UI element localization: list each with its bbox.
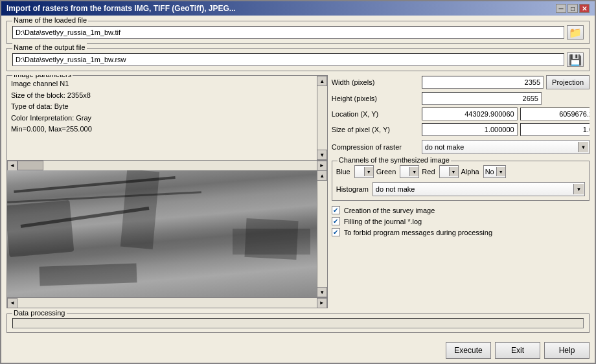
param-line-2: Size of the block: 2355x8 [11,90,304,102]
checkbox-messages-label: To forbid program messages during proces… [344,229,492,236]
preview-hscrollbar[interactable]: ◄ ► [7,297,327,308]
preview-vertical-scrollbar[interactable]: ▲ ▼ [317,170,327,297]
title-bar-buttons: ─ □ ✕ [556,4,590,13]
blue-select[interactable] [354,165,374,178]
output-file-row: 💾 [12,52,584,67]
preview-vtrack [317,181,327,287]
channels-box-label: Channels of the synthesized image [338,156,451,164]
help-button[interactable]: Help [544,342,590,359]
param-line-1: Image channel N1 [11,78,304,90]
maximize-button[interactable]: □ [567,4,578,13]
preview-htrack [17,298,317,308]
preview-scroll-right[interactable]: ► [317,298,327,308]
param-line-4: Color Interpretation: Gray [11,113,304,124]
height-input[interactable] [422,92,542,105]
alpha-label: Alpha [461,168,479,176]
checkbox-row-1: ✔ Creation of the survey image [332,206,590,214]
loaded-file-group: Name of the loaded file 📁 [6,21,590,44]
progress-bar [12,318,584,328]
scroll-track [317,86,327,150]
preview-with-scroll: ▲ ▼ [7,170,327,297]
green-select-wrapper: ▼ [400,165,419,178]
blue-label: Blue [336,168,350,176]
height-row: Height (pixels) [332,92,590,105]
param-line-3: Type of data: Byte [11,101,304,113]
vertical-scrollbar[interactable]: ▲ ▼ [317,76,327,160]
pixel-size-label: Size of pixel (X, Y) [332,126,419,133]
preview-container: ▲ ▼ ◄ ► [7,170,327,308]
content-area: Name of the loaded file 📁 Name of the ou… [1,16,595,338]
channels-row: Blue ▼ Green ▼ Red ▼ [336,165,585,178]
main-area: Image parameters Image channel N1 Size o… [6,75,590,308]
location-row: Location (X, Y) [332,108,590,120]
data-processing-label: Data processing [12,309,67,317]
histogram-label: Histogram [336,185,369,193]
preview-scroll-left[interactable]: ◄ [7,298,17,308]
title-bar: Import of rasters from the formats IMG, … [1,1,595,16]
green-label: Green [376,168,396,176]
checkbox-row-2: ✔ Filling of the journal *.log [332,217,590,225]
browse-loaded-button[interactable]: 📁 [567,25,584,40]
checkboxes-area: ✔ Creation of the survey image ✔ Filling… [332,203,590,236]
output-file-group: Name of the output file 💾 [6,48,590,71]
red-label: Red [422,168,435,176]
output-file-label: Name of the output file [12,43,87,51]
scroll-up-button[interactable]: ▲ [317,76,327,86]
footer: Execute Exit Help [1,338,595,363]
right-panel: Width (pixels) Projection Height (pixels… [332,75,590,308]
loaded-file-row: 📁 [12,25,584,40]
browse-output-button[interactable]: 💾 [567,52,584,67]
checkbox-row-3: ✔ To forbid program messages during proc… [332,228,590,236]
width-label: Width (pixels) [332,78,419,86]
execute-button[interactable]: Execute [446,342,491,359]
save-icon: 💾 [569,54,582,66]
data-processing-group: Data processing [6,313,590,333]
image-params-content: Image channel N1 Size of the block: 2355… [7,76,317,160]
loaded-file-input[interactable] [12,26,564,39]
param-line-5: Min=0.000, Max=255.000 [11,124,304,135]
left-panel: Image parameters Image channel N1 Size o… [6,75,328,308]
location-y-input[interactable] [520,108,590,120]
exit-button[interactable]: Exit [495,342,540,359]
horizontal-scrollbar[interactable]: ◄ ► [7,160,327,170]
location-x-input[interactable] [422,108,518,120]
width-row: Width (pixels) Projection [332,75,590,89]
checkbox-survey[interactable]: ✔ [332,206,340,214]
checkbox-journal-label: Filling of the journal *.log [344,218,422,225]
preview-scroll-down[interactable]: ▼ [317,287,327,297]
loaded-file-label: Name of the loaded file [12,16,88,24]
compression-select[interactable]: do not make [422,140,590,154]
scroll-down-button[interactable]: ▼ [317,150,327,160]
minimize-button[interactable]: ─ [556,4,566,13]
checkbox-messages[interactable]: ✔ [332,228,340,236]
scroll-right-button[interactable]: ► [317,161,327,171]
compression-label: Compression of raster [332,143,419,151]
red-select-wrapper: ▼ [439,165,459,178]
green-select[interactable] [400,165,419,178]
alpha-select[interactable]: No [483,165,506,178]
height-label: Height (pixels) [332,95,419,102]
checkbox-journal[interactable]: ✔ [332,217,340,225]
hscroll-track [17,161,317,170]
preview-scroll-up[interactable]: ▲ [317,170,327,181]
close-button[interactable]: ✕ [579,4,590,13]
main-window: Import of rasters from the formats IMG, … [0,0,596,364]
checkbox-survey-label: Creation of the survey image [344,207,435,214]
channels-box: Channels of the synthesized image Blue ▼… [332,161,590,201]
alpha-select-wrapper: No ▼ [483,165,506,178]
histogram-select[interactable]: do not make [372,182,585,196]
compression-select-wrapper: do not make ▼ [422,140,590,154]
output-file-input[interactable] [12,53,564,66]
scroll-left-button[interactable]: ◄ [7,161,17,171]
pixel-size-row: Size of pixel (X, Y) [332,123,590,136]
blue-select-wrapper: ▼ [354,165,374,178]
window-title: Import of rasters from the formats IMG, … [6,4,236,13]
pixel-x-input[interactable] [422,123,518,136]
folder-icon: 📁 [569,27,582,39]
histogram-row: Histogram do not make ▼ [336,182,585,196]
hscroll-thumb [17,161,43,170]
red-select[interactable] [439,165,459,178]
pixel-y-input[interactable] [520,123,590,136]
width-input[interactable] [422,76,544,89]
projection-button[interactable]: Projection [546,75,590,89]
